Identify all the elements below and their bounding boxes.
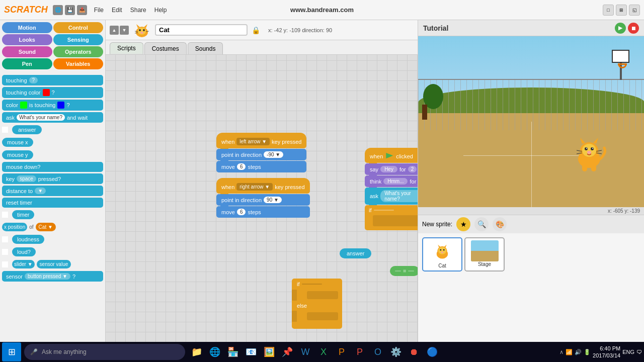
menu-edit[interactable]: Edit (112, 7, 122, 14)
block-answer-floating[interactable]: answer (340, 248, 371, 258)
taskbar-store[interactable]: 🏪 (224, 343, 242, 360)
taskbar-excel[interactable]: X (315, 343, 332, 360)
taskbar-battery-icon[interactable]: 🔋 (584, 349, 591, 355)
cat-variables[interactable]: Variables (53, 58, 104, 69)
tab-sounds[interactable]: Sounds (188, 42, 223, 54)
menu-share[interactable]: Share (130, 7, 146, 14)
block-equals-floating[interactable]: = (390, 266, 418, 276)
script-inner: when left arrow ▼ key pressed point in d… (106, 55, 418, 362)
blocks-list: touching? touching color? coloris touchi… (0, 71, 105, 354)
taskbar-search-bar[interactable]: 🎤 Ask me anything (24, 344, 185, 360)
block-ask[interactable]: askWhat's your name?and wait (2, 112, 103, 123)
block-reset-timer[interactable]: reset timer (2, 198, 103, 208)
search-placeholder: Ask me anything (42, 348, 87, 355)
cat-operators[interactable]: Operators (53, 46, 104, 57)
block-when-left-arrow[interactable]: when left arrow ▼ key pressed (216, 133, 306, 148)
cat-control[interactable]: Control (53, 22, 104, 33)
block-ask-name[interactable]: ask What's your name? and wait (365, 188, 418, 205)
ctrl-btn-2[interactable]: ⊞ (616, 5, 627, 16)
block-touching-color[interactable]: touching color? (2, 87, 103, 98)
add-sprite-search[interactable]: 🔍 (474, 217, 489, 231)
taskbar-network-icon[interactable]: 📶 (566, 349, 573, 355)
cat-pen[interactable]: Pen (2, 58, 52, 69)
script-canvas[interactable]: when left arrow ▼ key pressed point in d… (106, 55, 418, 362)
block-point-direction-right[interactable]: point in direction 90 ▼ (216, 194, 310, 206)
cat-sound[interactable]: Sound (2, 46, 52, 57)
ctrl-btn-1[interactable]: □ (603, 5, 614, 16)
block-mouse-y[interactable]: mouse y (2, 149, 103, 160)
block-point-direction-left[interactable]: point in direction -90 ▼ (216, 149, 306, 160)
block-distance-to[interactable]: distance to▼ (2, 186, 103, 196)
loud-checkbox[interactable] (2, 249, 8, 255)
share-icon-top[interactable]: 📤 (77, 5, 87, 15)
sprite-thumb-cat[interactable]: Cat (422, 237, 462, 272)
taskbar-outlook[interactable]: O (369, 343, 386, 360)
stage-canvas[interactable] (418, 36, 644, 207)
clock[interactable]: 6:40 PM 2017/03/14 (593, 345, 620, 359)
cat-looks[interactable]: Looks (2, 34, 52, 45)
block-mouse-down[interactable]: mouse down? (2, 162, 103, 172)
taskbar-volume-icon[interactable]: 🔊 (575, 349, 582, 355)
timer-checkbox[interactable] (2, 212, 8, 218)
block-touching[interactable]: touching? (2, 75, 103, 85)
block-when-flag-clicked[interactable]: when clicked (365, 148, 418, 163)
taskbar-photos[interactable]: 🖼️ (261, 343, 278, 360)
taskbar-record[interactable]: ⏺ (406, 343, 423, 360)
svg-point-6 (143, 29, 145, 31)
clock-time: 6:40 PM (593, 345, 620, 352)
save-icon[interactable]: 💾 (65, 5, 75, 15)
block-slider-sensor[interactable]: slider ▼ sensor value (2, 259, 103, 269)
slider-checkbox[interactable] (2, 261, 8, 267)
add-sprite-paint[interactable]: 🎨 (493, 217, 507, 231)
loudness-checkbox[interactable] (2, 236, 8, 242)
sprite-thumb-stage[interactable]: Stage (464, 237, 505, 272)
taskbar-ppt[interactable]: P (333, 343, 350, 360)
taskbar-settings[interactable]: ⚙️ (387, 343, 405, 360)
start-button[interactable]: ⊞ (2, 342, 21, 361)
taskbar-app2[interactable]: 🔵 (424, 343, 441, 360)
add-sprite-star[interactable]: ★ (456, 217, 470, 231)
svg-rect-25 (582, 164, 587, 171)
taskbar: ⊞ 🎤 Ask me anything 📁 🌐 🏪 📧 🖼️ 📌 W X P P… (0, 342, 644, 362)
taskbar-app1[interactable]: 📌 (279, 343, 296, 360)
svg-point-32 (440, 249, 441, 250)
taskbar-browser[interactable]: 🌐 (206, 343, 223, 360)
block-timer[interactable]: timer (2, 209, 103, 220)
menu-file[interactable]: File (94, 7, 104, 14)
taskbar-files[interactable]: 📁 (188, 343, 205, 360)
taskbar-word[interactable]: W (297, 343, 314, 360)
cat-sensing[interactable]: Sensing (53, 34, 104, 45)
block-if[interactable]: if (365, 205, 418, 230)
green-flag-button[interactable]: ▶ (615, 23, 626, 34)
block-key-pressed[interactable]: keyspacepressed? (2, 173, 103, 184)
cat-motion[interactable]: Motion (2, 22, 52, 33)
block-color-touching[interactable]: coloris touching? (2, 100, 103, 111)
tab-scripts[interactable]: Scripts (110, 42, 143, 54)
ctrl-btn-3[interactable]: ◱ (629, 5, 640, 16)
block-mouse-x[interactable]: mouse x (2, 137, 103, 148)
block-loud[interactable]: loud? (2, 246, 103, 257)
block-say-hey[interactable]: say Hey for 2 secs (365, 163, 418, 175)
block-think-hmm[interactable]: think Hmm... for 2 secs (365, 175, 418, 187)
block-loudness[interactable]: loudness (2, 234, 103, 245)
globe-icon[interactable]: 🌐 (53, 5, 63, 15)
answer-checkbox[interactable] (2, 127, 8, 133)
block-x-position[interactable]: x position of Cat ▼ (2, 222, 103, 232)
block-answer[interactable]: answer (2, 124, 103, 135)
tab-costumes[interactable]: Costumes (144, 42, 187, 54)
if-else-block[interactable]: if else (292, 279, 342, 329)
block-when-right-arrow[interactable]: when right arrow ▼ key pressed (216, 178, 310, 194)
taskbar-ppt2[interactable]: P (351, 343, 368, 360)
block-sensor-btn[interactable]: sensorbutton pressed ▼? (2, 271, 103, 282)
stage-ctrl-down[interactable]: ▼ (120, 26, 129, 35)
taskbar-arrow-icon[interactable]: ∧ (559, 349, 564, 355)
menu-help[interactable]: Help (154, 7, 167, 14)
sprite-name-input[interactable] (155, 24, 248, 36)
stop-button[interactable]: ⏹ (628, 23, 639, 34)
block-move-left[interactable]: move 6 steps (216, 161, 306, 172)
tutorial-controls: ▶ ⏹ (615, 23, 639, 34)
notification-icon[interactable]: 🗨 (636, 349, 642, 355)
stage-ctrl-up[interactable]: ▲ (110, 26, 119, 35)
block-move-right[interactable]: move 6 steps (216, 206, 310, 218)
taskbar-mail[interactable]: 📧 (243, 343, 260, 360)
